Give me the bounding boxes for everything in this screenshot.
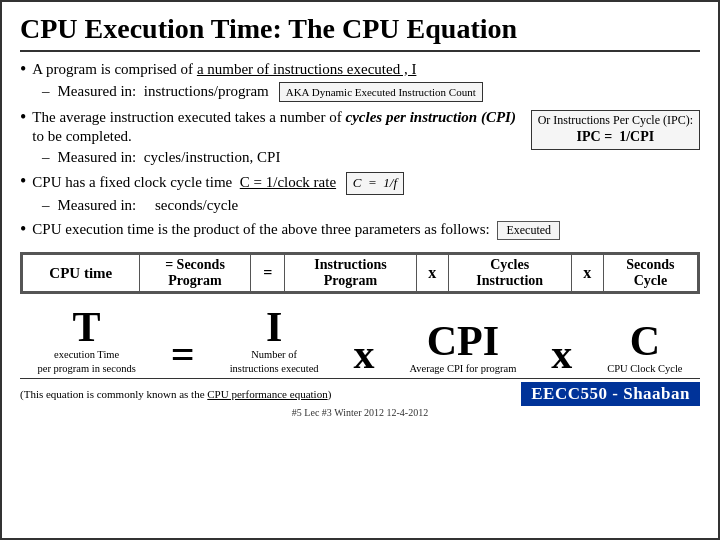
bullet-1-underline: a number of instructions executed , I — [197, 61, 417, 77]
x2-symbol: x — [551, 333, 572, 375]
bullet-dot-2: • — [20, 107, 26, 128]
bullet-4: • CPU execution time is the product of t… — [20, 220, 700, 240]
footer-note: #5 Lec #3 Winter 2012 12-4-2012 — [20, 407, 700, 418]
bullet-2: • The average instruction executed takes… — [20, 108, 700, 166]
x1-symbol: x — [354, 333, 375, 375]
formula-C: C CPU Clock Cycle — [607, 320, 682, 376]
eq-cell-cycles-instruction: CyclesInstruction — [448, 255, 571, 292]
bullet-2-sub-text: Measured in: cycles/instruction, CPI — [58, 149, 281, 166]
T-label: execution Timeper program in seconds — [37, 348, 135, 375]
bullet-dot-3: • — [20, 171, 26, 192]
bullet-1-sub: – Measured in: instructions/program AKA … — [42, 82, 700, 102]
bullet-dot-1: • — [20, 59, 26, 80]
eq-cell-instructions-program: InstructionsProgram — [285, 255, 416, 292]
bullet-4-main: • CPU execution time is the product of t… — [20, 220, 700, 240]
cpu-perf-eq-link: CPU performance equation — [207, 388, 327, 400]
bullet-2-main-col: • The average instruction executed takes… — [20, 108, 517, 166]
big-formula: T execution Timeper program in seconds =… — [20, 306, 700, 375]
bullet-3-dash: – — [42, 197, 50, 214]
bullet-1-main: • A program is comprised of a number of … — [20, 60, 700, 80]
CPI-symbol: CPI — [427, 320, 499, 362]
eq-cell-x2: x — [571, 255, 603, 292]
bullet-4-text: CPU execution time is the product of the… — [32, 220, 560, 240]
bullet-3-text: CPU has a fixed clock cycle time C = 1/c… — [32, 172, 404, 195]
formula-I: I Number ofinstructions executed — [230, 306, 319, 375]
bottom-bar: (This equation is commonly known as the … — [20, 378, 700, 406]
formula-eq: = — [171, 333, 195, 375]
eq-symbol: = — [171, 333, 195, 375]
bullet-1: • A program is comprised of a number of … — [20, 60, 700, 102]
equation-table-wrapper: CPU time = SecondsProgram = Instructions… — [20, 252, 700, 294]
I-label: Number ofinstructions executed — [230, 348, 319, 375]
bullet-dot-4: • — [20, 219, 26, 240]
bullet-2-sub: – Measured in: cycles/instruction, CPI — [42, 149, 517, 166]
c-box: C = 1/f — [346, 172, 404, 195]
bullet-3-underline: C = 1/clock rate — [240, 174, 336, 190]
eq-cell-eq: = — [251, 255, 285, 292]
formula-x2: x — [551, 333, 572, 375]
formula-CPI: CPI Average CPI for program — [410, 320, 517, 376]
equation-table: CPU time = SecondsProgram = Instructions… — [22, 254, 698, 292]
C-label: CPU Clock Cycle — [607, 362, 682, 376]
formula-x1: x — [354, 333, 375, 375]
bullet-2-text: The average instruction executed takes a… — [32, 108, 516, 147]
cpi-term: cycles per instruction (CPI) — [346, 109, 516, 125]
aka-box: AKA Dynamic Executed Instruction Count — [279, 82, 483, 102]
I-symbol: I — [266, 306, 282, 348]
ipc-box: Or Instructions Per Cycle (IPC): IPC = 1… — [531, 110, 700, 150]
bullet-3-sub-text: Measured in: seconds/cycle — [58, 197, 239, 214]
ipc-box-body: IPC = 1/CPI — [538, 128, 693, 146]
T-symbol: T — [73, 306, 101, 348]
bullet-3-main: • CPU has a fixed clock cycle time C = 1… — [20, 172, 700, 195]
bullet-2-dash: – — [42, 149, 50, 166]
eq-cell-seconds-program: = SecondsProgram — [139, 255, 251, 292]
eq-cell-seconds-cycle: SecondsCycle — [603, 255, 697, 292]
eq-table-row: CPU time = SecondsProgram = Instructions… — [23, 255, 698, 292]
bullet-1-text: A program is comprised of a number of in… — [32, 60, 416, 80]
bullet-3: • CPU has a fixed clock cycle time C = 1… — [20, 172, 700, 214]
CPI-label: Average CPI for program — [410, 362, 517, 376]
slide-title: CPU Execution Time: The CPU Equation — [20, 12, 700, 52]
executed-box: Executed — [497, 221, 560, 241]
formula-T: T execution Timeper program in seconds — [37, 306, 135, 375]
bullet-2-row: • The average instruction executed takes… — [20, 108, 700, 166]
eecc-badge: EECC550 - Shaaban — [521, 382, 700, 406]
slide: CPU Execution Time: The CPU Equation • A… — [0, 0, 720, 540]
bullet-2-main: • The average instruction executed takes… — [20, 108, 517, 147]
eq-cell-cpu-time: CPU time — [23, 255, 140, 292]
bullet-3-sub: – Measured in: seconds/cycle — [42, 197, 700, 214]
C-symbol: C — [630, 320, 660, 362]
bottom-left-text: (This equation is commonly known as the … — [20, 388, 331, 400]
bullet-1-sub-text: Measured in: instructions/program — [58, 83, 269, 100]
eq-cell-x1: x — [416, 255, 448, 292]
ipc-box-title: Or Instructions Per Cycle (IPC): — [538, 113, 693, 129]
bullet-1-dash: – — [42, 83, 50, 100]
